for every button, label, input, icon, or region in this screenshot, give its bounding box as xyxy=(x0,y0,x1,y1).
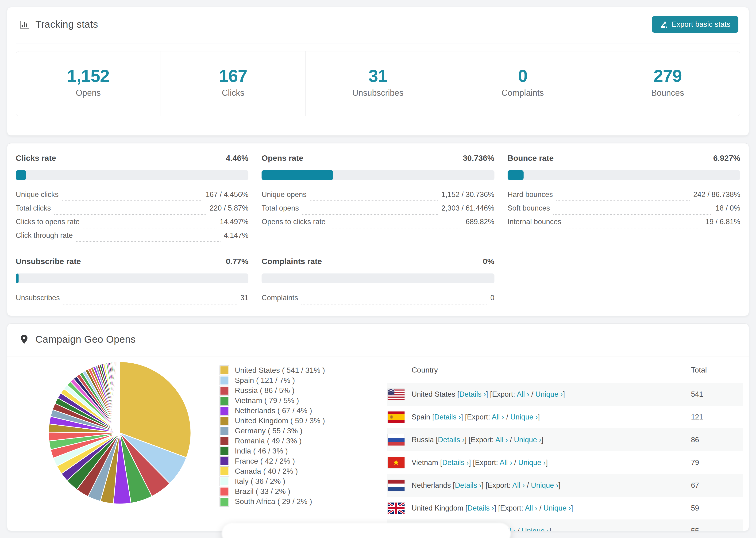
dotted-leader xyxy=(83,228,216,228)
export-all-link-united-states[interactable]: All › xyxy=(517,390,529,398)
rate-title: Clicks rate xyxy=(16,153,56,163)
country-cell: Vietnam [Details ›] [Export: All › / Uni… xyxy=(411,458,691,467)
stat-opens: 1,152 Opens xyxy=(16,51,161,116)
export-unique-link-russia[interactable]: Unique › xyxy=(514,436,541,444)
dotted-leader xyxy=(76,241,220,242)
legend-label: Brazil ( 33 / 2% ) xyxy=(235,487,291,496)
export-all-link-spain[interactable]: All › xyxy=(492,413,504,421)
details-link-spain[interactable]: Details › xyxy=(434,413,461,421)
stat-label: Opens xyxy=(16,87,161,98)
legend-item-united-states[interactable]: United States ( 541 / 31% ) xyxy=(220,365,325,375)
export-unique-link-united-kingdom[interactable]: Unique › xyxy=(544,504,571,512)
bar-chart-icon xyxy=(19,19,29,29)
dotted-leader xyxy=(302,214,438,215)
legend-item-south-africa[interactable]: South Africa ( 29 / 2% ) xyxy=(220,497,325,507)
legend-label: Russia ( 86 / 5% ) xyxy=(235,386,295,395)
export-unique-link-united-states[interactable]: Unique › xyxy=(535,390,563,398)
stat-bounces: 279 Bounces xyxy=(595,51,740,116)
rate-row-value: 18 / 0% xyxy=(716,204,740,212)
legend-label: United States ( 541 / 31% ) xyxy=(235,366,325,375)
legend-item-france[interactable]: France ( 42 / 2% ) xyxy=(220,456,325,466)
tracking-stats-card: Tracking stats Export basic stats 1,152 … xyxy=(7,7,749,136)
geo-header: Campaign Geo Opens xyxy=(7,324,749,346)
legend-label: Vietnam ( 79 / 5% ) xyxy=(235,396,299,405)
dotted-leader xyxy=(301,304,487,304)
export-all-link-vietnam[interactable]: All › xyxy=(500,458,512,467)
legend-label: United Kingdom ( 59 / 3% ) xyxy=(235,416,325,425)
details-link-russia[interactable]: Details › xyxy=(438,436,465,444)
legend-label: Italy ( 36 / 2% ) xyxy=(235,477,285,486)
export-unique-link-germany[interactable]: Unique › xyxy=(522,527,549,531)
legend-item-russia[interactable]: Russia ( 86 / 5% ) xyxy=(220,385,325,396)
stat-complaints: 0 Complaints xyxy=(450,51,595,116)
section-complaints-rate: Complaints rate 0% Complaints 0 xyxy=(261,256,494,307)
export-unique-link-vietnam[interactable]: Unique › xyxy=(518,458,546,467)
rate-value: 30.736% xyxy=(463,153,494,163)
rate-row-internal-bounces: Internal bounces 19 / 6.81% xyxy=(508,218,740,231)
export-unique-link-netherlands[interactable]: Unique › xyxy=(531,481,558,489)
legend-label: India ( 46 / 3% ) xyxy=(235,447,288,456)
legend-item-india[interactable]: India ( 46 / 3% ) xyxy=(220,446,325,456)
map-pin-icon xyxy=(19,334,29,345)
rate-row-value: 4.147% xyxy=(224,231,248,240)
stat-value: 279 xyxy=(595,67,740,86)
rate-row-label: Complaints xyxy=(261,294,298,302)
legend-swatch xyxy=(220,436,229,446)
details-link-united-states[interactable]: Details › xyxy=(459,390,486,398)
rate-row-value: 689.82% xyxy=(465,218,494,226)
flag-us-icon xyxy=(388,389,405,400)
flag-vn-icon xyxy=(388,457,405,468)
rate-row-unsubscribes: Unsubscribes 31 xyxy=(16,294,248,307)
country-cell: United Kingdom [Details ›] [Export: All … xyxy=(411,504,691,512)
legend-item-canada[interactable]: Canada ( 40 / 2% ) xyxy=(220,466,325,476)
details-link-netherlands[interactable]: Details › xyxy=(455,481,482,489)
legend-item-italy[interactable]: Italy ( 36 / 2% ) xyxy=(220,476,325,486)
rate-row-total-opens: Total opens 2,303 / 61.446% xyxy=(261,204,494,218)
legend-label: France ( 42 / 2% ) xyxy=(235,457,295,465)
legend-item-netherlands[interactable]: Netherlands ( 67 / 4% ) xyxy=(220,405,325,416)
rate-value: 6.927% xyxy=(713,153,740,163)
legend-label: Canada ( 40 / 2% ) xyxy=(235,467,298,476)
export-all-link-russia[interactable]: All › xyxy=(495,436,508,444)
export-unique-link-spain[interactable]: Unique › xyxy=(510,413,538,421)
legend-item-vietnam[interactable]: Vietnam ( 79 / 5% ) xyxy=(220,396,325,405)
legend-item-romania[interactable]: Romania ( 49 / 3% ) xyxy=(220,436,325,446)
export-basic-stats-button[interactable]: Export basic stats xyxy=(652,16,738,32)
rate-row-click-through-rate: Click through rate 4.147% xyxy=(16,231,248,245)
stat-clicks: 167 Clicks xyxy=(161,51,306,116)
geo-title: Campaign Geo Opens xyxy=(35,333,136,346)
details-link-united-kingdom[interactable]: Details › xyxy=(467,504,494,512)
legend-label: Spain ( 121 / 7% ) xyxy=(235,376,295,385)
rate-row-hard-bounces: Hard bounces 242 / 86.738% xyxy=(508,190,740,204)
export-all-link-netherlands[interactable]: All › xyxy=(512,481,525,489)
export-all-link-united-kingdom[interactable]: All › xyxy=(525,504,537,512)
rate-row-value: 1,152 / 30.736% xyxy=(441,190,495,199)
rate-row-label: Unique opens xyxy=(261,190,306,199)
progress-bar xyxy=(508,170,740,180)
legend-item-spain[interactable]: Spain ( 121 / 7% ) xyxy=(220,375,325,385)
total-cell: 67 xyxy=(691,481,743,490)
rates-card: Clicks rate 4.46% Unique clicks 167 / 4.… xyxy=(7,143,749,316)
geo-opens-pie-chart[interactable] xyxy=(47,360,192,506)
legend-swatch xyxy=(220,477,229,486)
details-link-vietnam[interactable]: Details › xyxy=(442,458,469,467)
rate-row-label: Opens to clicks rate xyxy=(261,218,325,226)
export-button-label: Export basic stats xyxy=(672,20,730,28)
legend-item-germany[interactable]: Germany ( 55 / 3% ) xyxy=(220,426,325,436)
stat-value: 1,152 xyxy=(16,67,161,86)
rate-row-opens-to-clicks-rate: Opens to clicks rate 689.82% xyxy=(261,218,494,231)
section-opens-rate: Opens rate 30.736% Unique opens 1,152 / … xyxy=(261,153,494,245)
country-cell: Spain [Details ›] [Export: All › / Uniqu… xyxy=(411,413,691,421)
stat-unsubscribes: 31 Unsubscribes xyxy=(306,51,451,116)
progress-bar xyxy=(261,170,494,180)
legend-item-united-kingdom[interactable]: United Kingdom ( 59 / 3% ) xyxy=(220,416,325,426)
legend-label: Romania ( 49 / 3% ) xyxy=(235,437,302,445)
geo-row-spain: Spain [Details ›] [Export: All › / Uniqu… xyxy=(387,405,743,428)
progress-fill xyxy=(16,170,26,180)
legend-item-brazil[interactable]: Brazil ( 33 / 2% ) xyxy=(220,486,325,497)
rate-row-unique-clicks: Unique clicks 167 / 4.456% xyxy=(16,190,248,204)
tracking-stats-header: Tracking stats Export basic stats xyxy=(7,7,749,32)
header-divider xyxy=(16,43,740,43)
total-cell: 86 xyxy=(691,436,743,444)
section-bounce-rate: Bounce rate 6.927% Hard bounces 242 / 86… xyxy=(508,153,740,245)
